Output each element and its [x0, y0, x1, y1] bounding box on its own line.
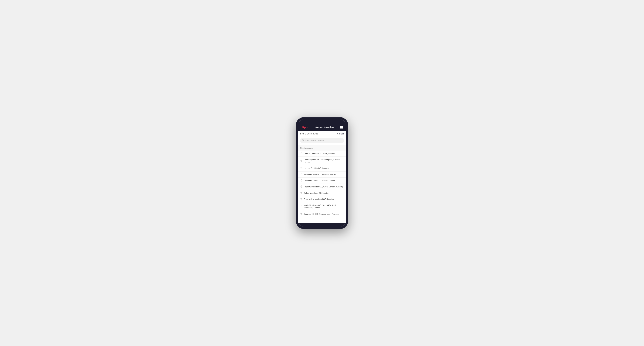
course-name: North Middlesex GC (1011942 - North Midd… — [304, 204, 344, 209]
course-name: Richmond Park GC - Prince's, Surrey — [304, 173, 336, 176]
screen-content: Find a Golf Course Cancel — [298, 131, 346, 223]
course-list-item[interactable]: Dukes Meadows GC, London — [298, 190, 346, 196]
pin-icon — [300, 198, 302, 200]
course-list-item[interactable]: Brent Valley Municipal GC, London — [298, 196, 346, 202]
nearby-section: Nearby courses Central London Golf Centr… — [298, 145, 346, 223]
course-list: Central London Golf Centre, London Roeha… — [298, 151, 346, 217]
nearby-header: Nearby courses — [298, 145, 346, 151]
pin-icon — [300, 160, 302, 162]
course-name: Roehampton Club - Roehampton, Greater Lo… — [304, 159, 344, 164]
course-list-item[interactable]: North Middlesex GC (1011942 - North Midd… — [298, 202, 346, 211]
find-label: Find a Golf Course — [300, 133, 318, 135]
home-bar — [315, 225, 329, 225]
svg-point-7 — [301, 186, 302, 186]
course-name: Brent Valley Municipal GC, London — [304, 198, 334, 200]
pin-icon — [300, 205, 302, 208]
hamburger-line-1 — [340, 126, 343, 127]
course-name: Dukes Meadows GC, London — [304, 192, 329, 194]
course-list-item[interactable]: Richmond Park GC - Prince's, Surrey — [298, 172, 346, 178]
pin-icon — [300, 213, 302, 215]
pin-icon — [300, 167, 302, 170]
course-list-item[interactable]: Royal Wimbledon GC, Great London Authori… — [298, 184, 346, 190]
search-icon — [302, 139, 304, 142]
svg-point-8 — [301, 192, 302, 193]
course-list-item[interactable]: Richmond Park GC - Duke's, London — [298, 178, 346, 184]
svg-point-5 — [301, 174, 302, 174]
pin-icon — [300, 152, 302, 155]
hamburger-menu-icon[interactable] — [340, 126, 343, 129]
course-name: Central London Golf Centre, London — [304, 152, 335, 155]
svg-line-1 — [304, 141, 304, 141]
hamburger-line-3 — [340, 128, 343, 129]
course-list-item[interactable]: Coombe Hill GC, Kingston upon Thames — [298, 211, 346, 217]
course-list-item[interactable]: London Scottish GC, London — [298, 165, 346, 171]
notch — [315, 119, 329, 122]
pin-icon — [300, 173, 302, 176]
svg-point-4 — [301, 168, 302, 168]
cancel-button[interactable]: Cancel — [337, 133, 344, 135]
course-name: Coombe Hill GC, Kingston upon Thames — [304, 213, 339, 215]
search-container — [298, 137, 346, 145]
header-title: Recent Searches — [315, 126, 334, 129]
status-bar — [298, 119, 346, 125]
svg-point-3 — [301, 160, 302, 161]
pin-icon — [300, 185, 302, 188]
svg-point-6 — [301, 180, 302, 180]
course-name: London Scottish GC, London — [304, 167, 328, 170]
course-list-item[interactable]: Central London Golf Centre, London — [298, 151, 346, 157]
phone-frame: clippd Recent Searches Find a Golf Cours… — [296, 117, 348, 229]
search-input[interactable] — [305, 139, 342, 142]
svg-point-2 — [301, 153, 302, 153]
pin-icon — [300, 192, 302, 194]
hamburger-line-2 — [340, 127, 343, 128]
course-name: Royal Wimbledon GC, Great London Authori… — [304, 185, 343, 188]
app-header: clippd Recent Searches — [298, 125, 346, 131]
svg-point-9 — [301, 198, 302, 199]
course-name: Richmond Park GC - Duke's, London — [304, 179, 336, 182]
app-logo: clippd — [301, 126, 310, 129]
svg-point-11 — [301, 213, 302, 214]
course-list-item[interactable]: Roehampton Club - Roehampton, Greater Lo… — [298, 157, 346, 166]
phone-screen: clippd Recent Searches Find a Golf Cours… — [298, 119, 346, 227]
nearby-label: Nearby courses — [300, 147, 312, 149]
find-bar: Find a Golf Course Cancel — [298, 131, 346, 137]
search-input-wrapper — [300, 138, 344, 143]
pin-icon — [300, 179, 302, 182]
svg-point-10 — [301, 206, 302, 206]
home-indicator — [298, 223, 346, 227]
